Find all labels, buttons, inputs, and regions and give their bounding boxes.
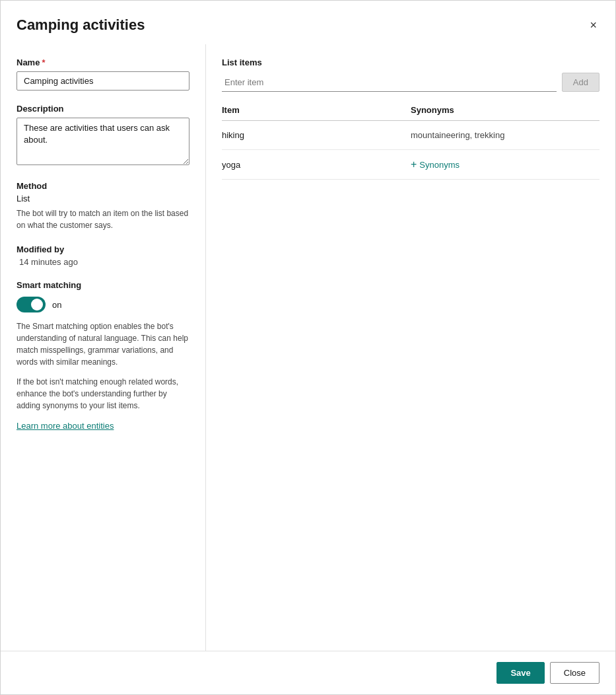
smart-matching-desc-1: The Smart matching option enables the bo… — [17, 320, 189, 368]
save-button[interactable]: Save — [496, 662, 544, 684]
smart-matching-toggle[interactable] — [17, 297, 46, 312]
synonyms-cell: + Synonyms — [411, 159, 599, 170]
name-field-group: Name * — [17, 57, 189, 91]
description-label: Description — [17, 104, 189, 114]
right-panel: List items Add Item Synonyms hiking moun… — [205, 44, 615, 651]
method-value: List — [17, 194, 189, 203]
plus-icon: + — [411, 159, 417, 170]
column-header-synonyms: Synonyms — [411, 105, 599, 115]
smart-matching-desc-2: If the bot isn't matching enough related… — [17, 376, 189, 412]
dialog-header: Camping activities × — [1, 1, 615, 44]
modified-by-value: 14 minutes ago — [17, 257, 189, 267]
item-cell: hiking — [222, 130, 411, 140]
table-header: Item Synonyms — [222, 105, 599, 121]
table-row: yoga + Synonyms — [222, 150, 599, 180]
method-group: Method List The bot will try to match an… — [17, 181, 189, 231]
modified-by-group: Modified by 14 minutes ago — [17, 244, 189, 267]
modified-by-label: Modified by — [17, 244, 189, 254]
name-label: Name * — [17, 57, 189, 67]
close-button[interactable]: Close — [550, 662, 599, 684]
method-description: The bot will try to match an item on the… — [17, 207, 189, 231]
add-item-row: Add — [222, 73, 599, 92]
dialog-title: Camping activities — [17, 17, 145, 34]
dialog-footer: Save Close — [1, 651, 615, 694]
left-panel: Name * Description These are activities … — [1, 44, 205, 651]
close-x-button[interactable]: × — [587, 17, 599, 34]
smart-matching-group: Smart matching on The Smart matching opt… — [17, 280, 189, 431]
enter-item-input[interactable] — [222, 73, 557, 92]
description-input[interactable]: These are activities that users can ask … — [17, 118, 189, 165]
add-synonyms-button[interactable]: + Synonyms — [411, 159, 460, 170]
toggle-text: on — [52, 300, 61, 310]
description-field-group: Description These are activities that us… — [17, 104, 189, 168]
name-input[interactable] — [17, 71, 189, 91]
toggle-row: on — [17, 297, 189, 312]
dialog-body: Name * Description These are activities … — [1, 44, 615, 651]
learn-more-link[interactable]: Learn more about entities — [17, 421, 114, 431]
add-synonyms-label: Synonyms — [419, 160, 460, 170]
item-cell: yoga — [222, 160, 411, 170]
table-row: hiking mountaineering, trekking — [222, 121, 599, 150]
smart-matching-label: Smart matching — [17, 280, 189, 290]
required-indicator: * — [42, 57, 45, 67]
column-header-item: Item — [222, 105, 411, 115]
add-item-button[interactable]: Add — [562, 73, 599, 92]
dialog: Camping activities × Name * Description … — [0, 0, 616, 695]
method-label: Method — [17, 181, 189, 191]
list-items-label: List items — [222, 57, 599, 67]
synonyms-cell: mountaineering, trekking — [411, 130, 599, 140]
